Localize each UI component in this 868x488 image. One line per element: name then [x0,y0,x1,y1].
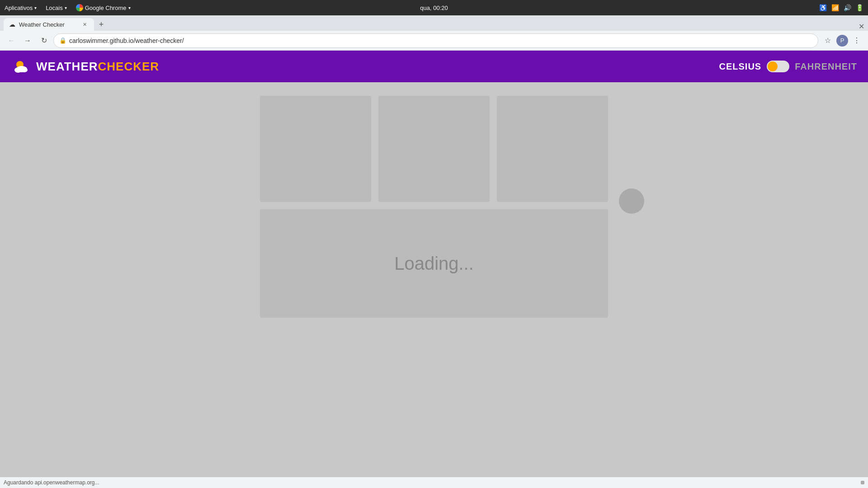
window-controls: ✕ [859,22,864,31]
browser-toolbar: ← → ↻ 🔒 carloswimmer.github.io/weather-c… [0,31,868,51]
tab-bar: ☁ Weather Checker ✕ + ✕ [0,15,868,31]
logo-text: WEATHERCHECKER [36,60,159,74]
svg-point-3 [21,68,28,72]
cards-top-row [260,96,608,202]
taskbar-app-chrome[interactable]: Google Chrome ▾ [76,4,131,11]
browser-tab-active[interactable]: ☁ Weather Checker ✕ [4,18,94,31]
celsius-label: CELSIUS [719,61,762,72]
logo-checker: CHECKER [98,60,160,73]
card-placeholder-1 [260,96,371,202]
new-tab-button[interactable]: + [95,18,108,31]
menu-button[interactable]: ⋮ [850,34,863,47]
chrome-arrow: ▾ [128,5,131,10]
power-icon: 🔋 [856,4,863,11]
forward-button[interactable]: → [21,34,34,47]
card-placeholder-2 [378,96,490,202]
loading-text: Loading... [394,253,474,274]
lock-icon: 🔒 [59,37,66,44]
logo-icon [11,56,31,76]
locais-arrow: ▾ [65,5,67,10]
back-button: ← [5,34,18,47]
wifi-icon: 📶 [831,4,839,11]
toolbar-right: ☆ P ⋮ [821,34,863,47]
card-loading: Loading... [260,209,608,318]
fahrenheit-label: FAHRENHEIT [795,61,857,72]
temperature-toggle[interactable]: CELSIUS FAHRENHEIT [719,61,857,72]
browser-chrome: ☁ Weather Checker ✕ + ✕ ← → ↻ 🔒 carloswi… [0,15,868,51]
taskbar-clock: qua, 00:20 [420,5,448,11]
accessibility-icon[interactable]: ♿ [819,4,827,11]
reload-button[interactable]: ↻ [37,34,51,47]
app-navbar: WEATHERCHECKER CELSIUS FAHRENHEIT [0,51,868,82]
taskbar-app-locais[interactable]: Locais ▾ [46,5,67,11]
logo-weather: WEATHER [36,60,98,73]
url-text: carloswimmer.github.io/weather-checker/ [69,37,812,44]
card-placeholder-3 [497,96,608,202]
tab-close-button[interactable]: ✕ [80,20,89,28]
tab-title: Weather Checker [19,21,77,28]
floating-circle [619,188,644,214]
tab-favicon: ☁ [9,21,15,28]
aplicativos-label: Aplicativos [5,5,33,11]
chrome-label: Google Chrome [85,5,127,11]
taskbar-right: ♿ 📶 🔊 🔋 [819,4,863,11]
window-close-button[interactable]: ✕ [859,22,864,31]
app-content: Loading... [0,82,868,474]
taskbar-left: Aplicativos ▾ Locais ▾ Google Chrome ▾ [5,4,131,11]
os-taskbar: Aplicativos ▾ Locais ▾ Google Chrome ▾ q… [0,0,868,15]
svg-point-2 [14,67,22,73]
chrome-icon [76,4,83,11]
profile-avatar[interactable]: P [836,35,848,47]
bookmark-button[interactable]: ☆ [821,34,835,47]
unit-toggle-switch[interactable] [767,61,789,72]
toggle-knob [768,61,778,71]
app-logo: WEATHERCHECKER [11,56,159,76]
address-bar[interactable]: 🔒 carloswimmer.github.io/weather-checker… [53,33,818,48]
locais-label: Locais [46,5,63,11]
taskbar-app-aplicativos[interactable]: Aplicativos ▾ [5,5,37,11]
aplicativos-arrow: ▾ [34,5,37,10]
volume-icon: 🔊 [844,4,851,11]
